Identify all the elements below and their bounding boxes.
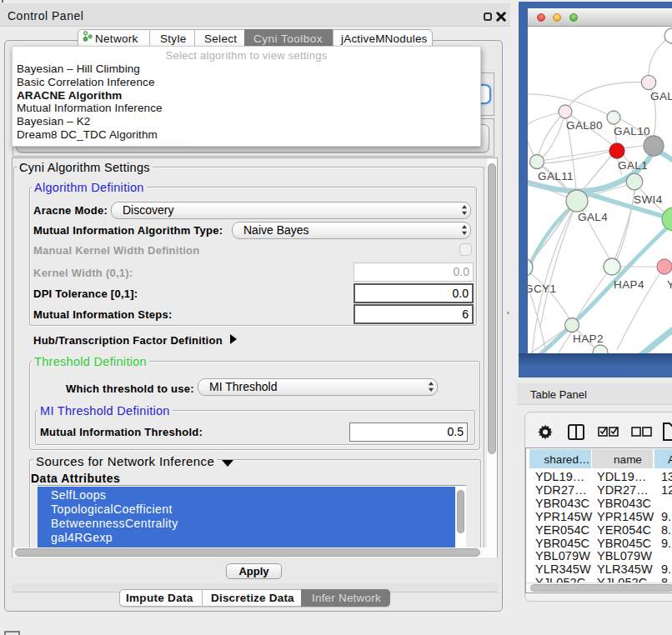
- svg-text:Y: Y: [667, 278, 672, 291]
- svg-text:GAL: GAL: [650, 90, 672, 102]
- svg-text:GAL4: GAL4: [578, 211, 608, 223]
- svg-text:GAL1: GAL1: [618, 159, 648, 172]
- svg-text:GAL11: GAL11: [538, 170, 574, 182]
- svg-text:GCY1: GCY1: [528, 282, 556, 295]
- svg-text:HAP4: HAP4: [614, 278, 644, 291]
- svg-text:SWI4: SWI4: [634, 193, 663, 206]
- svg-text:HAP2: HAP2: [573, 332, 604, 345]
- svg-text:GAL10: GAL10: [614, 125, 650, 138]
- svg-text:GAL80: GAL80: [566, 119, 603, 132]
